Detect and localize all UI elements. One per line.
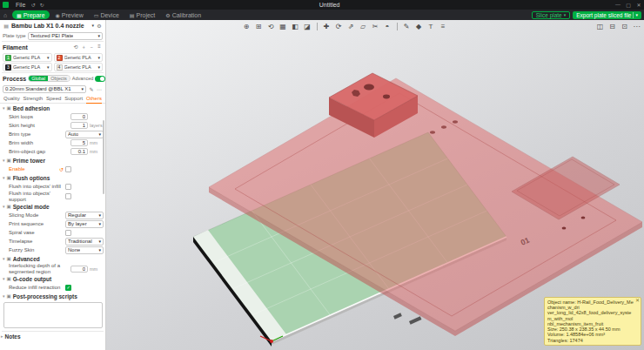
export-plate-button[interactable]: Export plate sliced file ▾ xyxy=(573,11,641,19)
tab-label: Preview xyxy=(62,12,84,18)
group-advanced[interactable]: ▾▣Advanced xyxy=(2,254,104,263)
enable-checkbox[interactable] xyxy=(65,166,71,172)
slicing-mode-select[interactable]: Regular▾ xyxy=(65,212,104,219)
split-to-objects-icon[interactable]: ◧ xyxy=(290,21,301,32)
notes-title: Notes xyxy=(5,333,21,340)
add-plate-icon[interactable]: ⊞ xyxy=(253,21,265,32)
group-special-mode[interactable]: ▾▣Special mode xyxy=(2,202,104,211)
more-view-options-icon[interactable]: ⋯ xyxy=(631,21,642,32)
assembly-view-icon[interactable]: ◫ xyxy=(594,21,606,32)
param-tab-quality[interactable]: Quality xyxy=(3,94,20,104)
place-on-face-icon[interactable]: ▱ xyxy=(358,21,369,32)
process-preset-select[interactable]: 0.20mm Standard @BBL X1 ▾ xyxy=(3,85,86,93)
revert-icon[interactable]: ↺ xyxy=(59,166,64,172)
close-icon[interactable]: ✕ xyxy=(635,298,640,303)
remove-filament-icon[interactable]: － xyxy=(88,44,95,51)
select-value: Traditional xyxy=(68,239,92,244)
edit-preset-icon[interactable]: ✎ xyxy=(88,86,95,92)
advanced-toggle[interactable] xyxy=(95,76,105,82)
preset-more-icon[interactable]: ⋯ xyxy=(96,86,103,92)
tab-preview[interactable]: ◉Preview xyxy=(51,10,88,19)
param-tab-strength[interactable]: Strength xyxy=(23,94,43,104)
group-flush-options[interactable]: ▾▣Flush options xyxy=(2,173,104,182)
redo-icon[interactable]: ↻ xyxy=(37,2,46,8)
close-button[interactable]: ✕ xyxy=(634,2,644,8)
sidebar-scrollbar[interactable] xyxy=(103,120,104,194)
interlocking-depth-of-a-segmented-region-input[interactable] xyxy=(70,266,88,273)
auto-orient-icon[interactable]: ⟲ xyxy=(265,21,277,32)
file-menu[interactable]: File xyxy=(12,2,29,8)
chevron-down-icon: ▾ xyxy=(98,212,101,218)
process-scope-toggle[interactable]: Global Objects xyxy=(28,75,70,82)
reduce-infill-retraction-checkbox[interactable]: ✓ xyxy=(65,285,71,291)
group-g-code-output[interactable]: ▾▣G-code output xyxy=(2,274,104,283)
brim-type-select[interactable]: Auto▾ xyxy=(65,131,104,138)
spiral-vase-checkbox[interactable] xyxy=(65,230,71,236)
move-icon[interactable]: ✚ xyxy=(321,21,332,32)
param-tab-speed[interactable]: Speed xyxy=(46,94,61,104)
group-icon: ▣ xyxy=(7,105,11,111)
mesh-boolean-icon[interactable]: ◓ xyxy=(382,21,393,32)
rotate-icon[interactable]: ⟳ xyxy=(333,21,345,32)
setting-row-timelapse: TimelapseTraditional▾ xyxy=(2,237,104,246)
param-tab-others[interactable]: Others xyxy=(86,94,102,104)
home-icon[interactable]: ⌂ xyxy=(0,12,10,18)
cut-icon[interactable]: ✂ xyxy=(370,21,381,32)
scale-icon[interactable]: ⇗ xyxy=(345,21,357,32)
filament-color-swatch: 2 xyxy=(57,55,63,61)
support-painting-icon[interactable]: ✎ xyxy=(401,21,413,32)
fit-view-icon[interactable]: ⊡ xyxy=(619,21,630,32)
filament-slot-4[interactable]: 4Generic PLA▾ xyxy=(54,63,104,71)
filament-slot-3[interactable]: 3Generic PLA▾ xyxy=(3,63,52,71)
undo-icon[interactable]: ↺ xyxy=(29,2,37,8)
add-icon[interactable]: ⊕ xyxy=(241,21,252,32)
group-bed-adhesion[interactable]: ▾▣Bed adhesion xyxy=(2,104,104,112)
printer-name[interactable]: Bambu Lab X1 0.4 nozzle xyxy=(11,23,90,29)
split-to-parts-icon[interactable]: ◪ xyxy=(302,21,313,32)
param-tab-support[interactable]: Support xyxy=(64,94,83,104)
plate-settings-icon[interactable]: ⊟ xyxy=(607,21,618,32)
scope-global: Global xyxy=(29,76,48,81)
tab-project[interactable]: ▤Project xyxy=(125,10,159,19)
arrange-icon[interactable]: ▦ xyxy=(278,21,289,32)
printer-settings-icon[interactable]: ⚙ xyxy=(96,23,103,29)
tab-device[interactable]: ▭Device xyxy=(90,10,124,19)
tab-calibration[interactable]: ⚙Calibration xyxy=(161,10,205,19)
filament-slot-2[interactable]: 2Generic PLA▾ xyxy=(54,53,104,62)
fuzzy-skin-select[interactable]: None▾ xyxy=(65,246,104,254)
chevron-down-icon[interactable]: ▾ xyxy=(91,23,94,28)
setting-row-brim-type: Brim typeAuto▾ xyxy=(2,130,104,138)
setting-row-skirt-height: Skirt heightlayers xyxy=(2,121,104,130)
toolbar-separator xyxy=(397,23,398,30)
maximize-button[interactable]: ▢ xyxy=(623,2,634,8)
tab-prepare[interactable]: ▦Prepare xyxy=(12,10,50,19)
add-filament-icon[interactable]: ＋ xyxy=(80,44,87,51)
brim-object-gap-input[interactable] xyxy=(70,148,88,155)
timelapse-select[interactable]: Traditional▾ xyxy=(65,238,104,246)
viewport-3d[interactable]: ⊕⊞⟲▦◧◪✚⟳⇗▱✂◓✎◆T≡ ◫⊟⊡⋯ 01 xyxy=(106,20,644,350)
variable-layer-height-icon[interactable]: ≡ xyxy=(438,21,449,32)
flush-into-objects-support-checkbox[interactable] xyxy=(65,193,71,199)
setting-control: layers xyxy=(65,122,104,129)
text-tool-icon[interactable]: T xyxy=(426,21,437,32)
group-post-processing-scripts[interactable]: ▾▣Post-processing scripts xyxy=(2,292,104,300)
plate-type-select[interactable]: Textured PEI Plate ▾ xyxy=(28,32,103,40)
seam-painting-icon[interactable]: ◆ xyxy=(413,21,425,32)
flush-into-objects-infill-checkbox[interactable] xyxy=(65,184,71,190)
post-processing-scripts-input[interactable] xyxy=(3,302,103,328)
setting-control: Regular▾ xyxy=(65,212,104,219)
setting-row-reduce-infill-retraction: Reduce infill retraction✓ xyxy=(2,283,104,292)
group-title: Special mode xyxy=(13,204,50,210)
minimize-button[interactable]: — xyxy=(613,2,623,8)
group-notes[interactable]: ▸ Notes xyxy=(0,332,105,340)
print-sequence-select[interactable]: By layer▾ xyxy=(65,220,104,228)
flush-volumes-icon[interactable]: ≡ xyxy=(96,44,103,51)
brim-width-input[interactable] xyxy=(70,139,88,146)
skirt-loops-input[interactable] xyxy=(70,113,88,120)
sync-filament-icon[interactable]: ⟲ xyxy=(72,44,79,51)
skirt-height-input[interactable] xyxy=(70,122,88,129)
group-prime-tower[interactable]: ▾▣Prime tower xyxy=(2,156,104,165)
filament-slot-1[interactable]: 1Generic PLA▾ xyxy=(3,53,52,62)
slice-plate-button[interactable]: Slice plate ▾ xyxy=(532,11,571,19)
chevron-down-icon: ▾ xyxy=(98,131,101,137)
